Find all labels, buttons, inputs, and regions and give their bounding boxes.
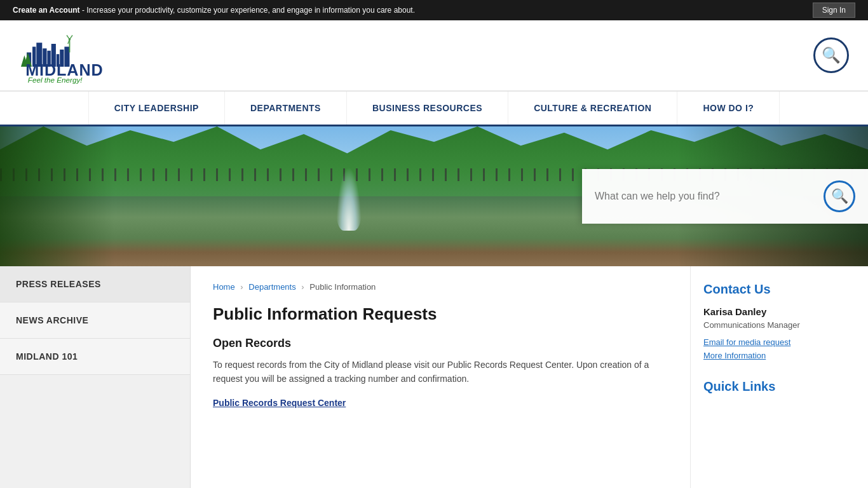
svg-text:Feel the Energy!: Feel the Energy! [28,76,83,84]
main-nav: CITY LEADERSHIP DEPARTMENTS BUSINESS RES… [0,91,868,126]
right-sidebar: Contact Us Karisa Danley Communications … [690,266,868,488]
page-title: Public Information Requests [213,304,668,324]
hero-fountain [330,154,368,231]
contact-us-title: Contact Us [703,282,855,297]
nav-item-business-resources[interactable]: BUSINESS RESOURCES [347,92,508,125]
breadcrumb-home[interactable]: Home [213,282,235,292]
sidebar-item-press-releases[interactable]: PRESS RELEASES [0,266,190,302]
more-information-link[interactable]: More Information [703,351,855,360]
sidebar-item-news-archive[interactable]: NEWS ARCHIVE [0,302,190,339]
hero-search-icon: 🔍 [831,188,848,205]
nav-item-city-leadership[interactable]: CITY LEADERSHIP [88,92,225,125]
nav-item-departments[interactable]: DEPARTMENTS [225,92,347,125]
contact-role: Communications Manager [703,320,855,330]
sign-in-button[interactable]: Sign In [813,3,855,18]
top-bar-body: - Increase your productivity, customize … [80,6,415,15]
header-search-button[interactable]: 🔍 [813,37,849,73]
hero-section: 🔍 [0,126,868,266]
main-content-area: PRESS RELEASES NEWS ARCHIVE MIDLAND 101 … [0,266,868,488]
left-sidebar: PRESS RELEASES NEWS ARCHIVE MIDLAND 101 [0,266,191,488]
hero-search-overlay: 🔍 [582,169,868,224]
section-heading: Open Records [213,337,668,350]
hero-vignette-left [0,126,114,266]
top-bar-message: Create an Account - Increase your produc… [13,6,415,15]
header-search-icon: 🔍 [822,46,841,64]
nav-item-how-do-i[interactable]: HOW DO I? [677,92,780,125]
hero-search-input[interactable] [595,191,817,202]
sidebar-item-midland-101[interactable]: MIDLAND 101 [0,339,190,375]
contact-name: Karisa Danley [703,306,855,317]
breadcrumb-departments[interactable]: Departments [248,282,295,292]
content-area: Home › Departments › Public Information … [191,266,690,488]
quick-links-title: Quick Links [703,379,855,394]
site-header: MIDLAND Feel the Energy! 🔍 [0,20,868,91]
site-logo[interactable]: MIDLAND Feel the Energy! [19,27,172,84]
hero-search-button[interactable]: 🔍 [824,180,855,212]
breadcrumb-current: Public Information [309,282,376,292]
public-records-link[interactable]: Public Records Request Center [213,398,346,408]
logo-area[interactable]: MIDLAND Feel the Energy! [19,27,172,84]
body-text: To request records from the City of Midl… [213,358,668,386]
email-media-request-link[interactable]: Email for media request [703,337,855,347]
svg-line-11 [67,36,70,39]
nav-item-culture-recreation[interactable]: CULTURE & RECREATION [508,92,677,125]
fountain-spray [336,167,362,231]
create-account-link[interactable]: Create an Account [13,6,80,15]
breadcrumb: Home › Departments › Public Information [213,282,668,292]
svg-line-12 [70,36,73,39]
top-bar: Create an Account - Increase your produc… [0,0,868,20]
